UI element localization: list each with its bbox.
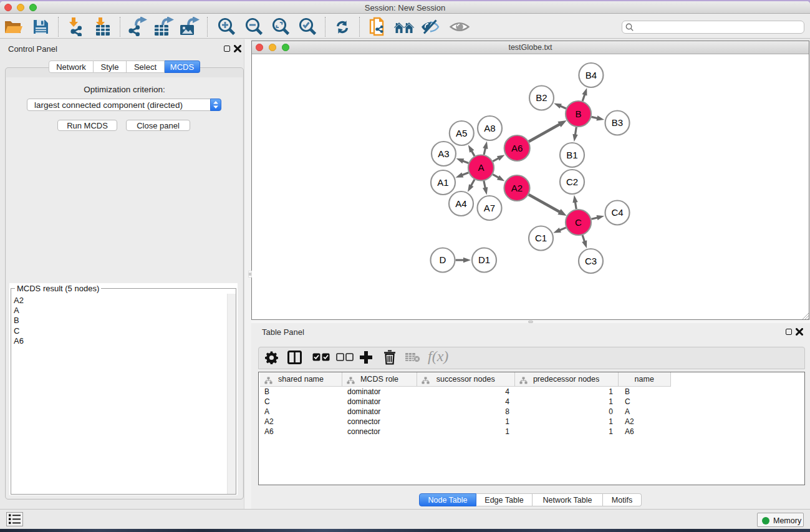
svg-text:B2: B2 <box>536 92 547 103</box>
svg-text:D: D <box>440 254 446 265</box>
svg-text:C3: C3 <box>585 256 597 266</box>
svg-text:B: B <box>575 109 581 119</box>
svg-text:A4: A4 <box>455 198 466 209</box>
svg-text:A6: A6 <box>511 143 523 153</box>
svg-text:A8: A8 <box>484 123 495 133</box>
svg-text:A1: A1 <box>437 177 448 188</box>
svg-text:A7: A7 <box>484 203 495 213</box>
svg-text:C1: C1 <box>535 233 547 243</box>
svg-text:B3: B3 <box>612 117 623 128</box>
svg-text:A2: A2 <box>511 183 523 193</box>
svg-text:C2: C2 <box>566 177 578 187</box>
svg-text:D1: D1 <box>478 254 490 265</box>
svg-text:B4: B4 <box>586 70 597 80</box>
svg-text:B1: B1 <box>566 150 577 160</box>
svg-text:A: A <box>478 162 484 173</box>
svg-text:C: C <box>575 217 582 228</box>
svg-text:C4: C4 <box>611 207 623 218</box>
svg-text:A5: A5 <box>456 128 467 138</box>
svg-text:A3: A3 <box>438 148 449 159</box>
